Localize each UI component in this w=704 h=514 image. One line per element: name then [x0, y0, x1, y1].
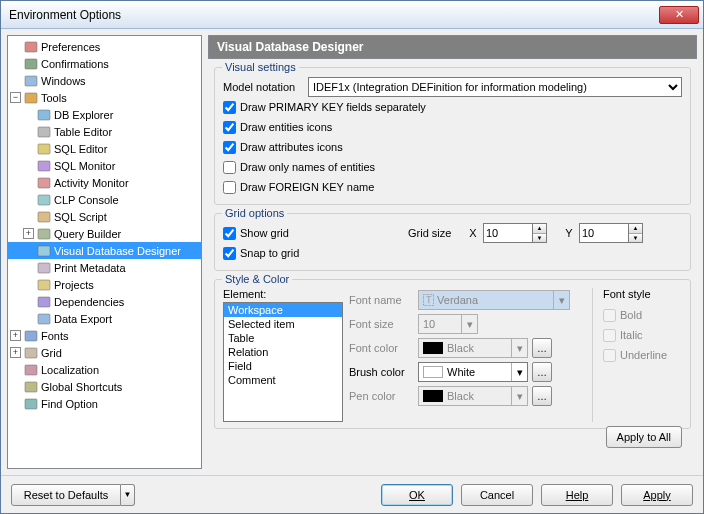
brush-color-label: Brush color — [349, 366, 414, 378]
chk-attributes-icons[interactable] — [223, 141, 236, 154]
tree-item-localization[interactable]: Localization — [8, 361, 201, 378]
grid-x-input[interactable] — [483, 223, 533, 243]
close-button[interactable]: ✕ — [659, 6, 699, 24]
tree-item-fonts[interactable]: +Fonts — [8, 327, 201, 344]
tree-item-tools[interactable]: −Tools — [8, 89, 201, 106]
font-color-select[interactable]: Black▾ — [418, 338, 528, 358]
tree-item-sql-script[interactable]: SQL Script — [8, 208, 201, 225]
svg-rect-0 — [25, 42, 37, 52]
reset-defaults-dropdown[interactable]: ▼ — [121, 484, 135, 506]
tree-item-print-metadata[interactable]: Print Metadata — [8, 259, 201, 276]
grid-y-input[interactable] — [579, 223, 629, 243]
tree-item-grid[interactable]: +Grid — [8, 344, 201, 361]
pen-color-select[interactable]: Black▾ — [418, 386, 528, 406]
font-name-select[interactable]: 🇹 Verdana▾ — [418, 290, 570, 310]
tree-item-confirmations[interactable]: Confirmations — [8, 55, 201, 72]
tree-item-label: Localization — [41, 364, 99, 376]
font-name-label: Font name — [349, 294, 414, 306]
tree-item-icon — [23, 56, 39, 72]
element-list[interactable]: WorkspaceSelected itemTableRelationField… — [223, 302, 343, 422]
titlebar[interactable]: Environment Options ✕ — [1, 1, 703, 29]
tree-item-icon — [36, 294, 52, 310]
tree-item-global-shortcuts[interactable]: Global Shortcuts — [8, 378, 201, 395]
tree-item-table-editor[interactable]: Table Editor — [8, 123, 201, 140]
svg-rect-20 — [25, 382, 37, 392]
tree-item-label: Query Builder — [54, 228, 121, 240]
font-color-label: Font color — [349, 342, 414, 354]
element-item-workspace[interactable]: Workspace — [224, 303, 342, 317]
brush-color-select[interactable]: White▾ — [418, 362, 528, 382]
apply-to-all-button[interactable]: Apply to All — [606, 426, 682, 448]
tree-item-activity-monitor[interactable]: Activity Monitor — [8, 174, 201, 191]
reset-defaults-split-button[interactable]: Reset to Defaults ▼ — [11, 484, 135, 506]
tree-item-visual-database-designer[interactable]: Visual Database Designer — [8, 242, 201, 259]
chk-primary-key[interactable] — [223, 101, 236, 114]
tree-toggle[interactable]: − — [10, 92, 21, 103]
chk-show-grid[interactable] — [223, 227, 236, 240]
chk-snap-grid[interactable] — [223, 247, 236, 260]
tree-toggle[interactable]: + — [23, 228, 34, 239]
cancel-button[interactable]: Cancel — [461, 484, 533, 506]
chk-underline[interactable] — [603, 349, 616, 362]
tree-item-sql-editor[interactable]: SQL Editor — [8, 140, 201, 157]
tree-item-clp-console[interactable]: CLP Console — [8, 191, 201, 208]
element-item-field[interactable]: Field — [224, 359, 342, 373]
element-item-selected-item[interactable]: Selected item — [224, 317, 342, 331]
window-title: Environment Options — [5, 8, 659, 22]
svg-rect-17 — [25, 331, 37, 341]
tree-item-label: Windows — [41, 75, 86, 87]
chk-italic[interactable] — [603, 329, 616, 342]
element-label: Element: — [223, 288, 343, 300]
tree-toggle[interactable]: + — [10, 347, 21, 358]
font-color-more[interactable]: … — [532, 338, 552, 358]
tree-item-projects[interactable]: Projects — [8, 276, 201, 293]
svg-rect-19 — [25, 365, 37, 375]
apply-button[interactable]: Apply — [621, 484, 693, 506]
tree-item-label: Fonts — [41, 330, 69, 342]
tree-item-data-export[interactable]: Data Export — [8, 310, 201, 327]
tree-item-sql-monitor[interactable]: SQL Monitor — [8, 157, 201, 174]
tree-item-icon — [36, 141, 52, 157]
svg-rect-18 — [25, 348, 37, 358]
grid-y-spinner[interactable]: ▲▼ — [629, 223, 643, 243]
element-item-comment[interactable]: Comment — [224, 373, 342, 387]
element-item-relation[interactable]: Relation — [224, 345, 342, 359]
tree-item-windows[interactable]: Windows — [8, 72, 201, 89]
tree-item-icon — [23, 90, 39, 106]
pen-color-more[interactable]: … — [532, 386, 552, 406]
model-notation-label: Model notation — [223, 81, 308, 93]
tree-item-icon — [36, 124, 52, 140]
options-tree[interactable]: PreferencesConfirmationsWindows−ToolsDB … — [7, 35, 202, 469]
tree-item-icon — [23, 345, 39, 361]
tree-item-label: Visual Database Designer — [54, 245, 181, 257]
group-title: Style & Color — [222, 273, 292, 285]
brush-color-more[interactable]: … — [532, 362, 552, 382]
grid-options-group: Grid options Show grid Grid size X ▲▼ Y … — [214, 213, 691, 271]
font-style-label: Font style — [603, 288, 682, 300]
help-button[interactable]: Help — [541, 484, 613, 506]
style-color-group: Style & Color Element: WorkspaceSelected… — [214, 279, 691, 429]
chk-entities-icons[interactable] — [223, 121, 236, 134]
tree-item-find-option[interactable]: Find Option — [8, 395, 201, 412]
tree-item-query-builder[interactable]: +Query Builder — [8, 225, 201, 242]
reset-defaults-button[interactable]: Reset to Defaults — [11, 484, 121, 506]
group-title: Visual settings — [222, 61, 299, 73]
svg-rect-4 — [38, 110, 50, 120]
tree-item-icon — [36, 277, 52, 293]
tree-item-db-explorer[interactable]: DB Explorer — [8, 106, 201, 123]
grid-size-label: Grid size — [408, 227, 463, 239]
tree-item-icon — [23, 73, 39, 89]
chk-bold[interactable] — [603, 309, 616, 322]
element-item-table[interactable]: Table — [224, 331, 342, 345]
font-size-select[interactable]: 10▾ — [418, 314, 478, 334]
chk-only-names[interactable] — [223, 161, 236, 174]
ok-button[interactable]: OK — [381, 484, 453, 506]
tree-toggle[interactable]: + — [10, 330, 21, 341]
grid-x-spinner[interactable]: ▲▼ — [533, 223, 547, 243]
tree-item-label: SQL Editor — [54, 143, 107, 155]
svg-rect-2 — [25, 76, 37, 86]
model-notation-select[interactable]: IDEF1x (Integration DEFinition for infor… — [308, 77, 682, 97]
tree-item-preferences[interactable]: Preferences — [8, 38, 201, 55]
chk-foreign-key[interactable] — [223, 181, 236, 194]
tree-item-dependencies[interactable]: Dependencies — [8, 293, 201, 310]
